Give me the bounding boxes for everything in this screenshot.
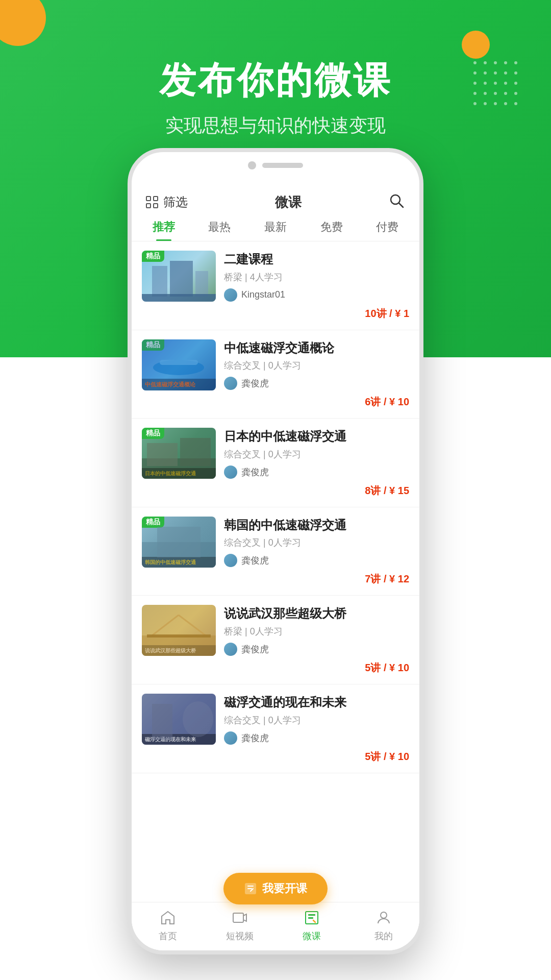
course-name: 二建课程 [224, 251, 409, 268]
filter-button[interactable]: 筛选 [146, 194, 188, 210]
search-button[interactable] [389, 193, 405, 211]
author-name: 龚俊虎 [241, 732, 269, 744]
nav-item-home[interactable]: 首页 [132, 909, 204, 942]
bottom-navigation: 首页 短视频 [132, 902, 419, 950]
svg-rect-8 [160, 360, 198, 365]
course-meta: 桥梁 | 0人学习 [224, 625, 409, 638]
header-title: 发布你的微课 [0, 56, 551, 105]
nav-label-home: 首页 [159, 930, 177, 942]
course-info: 二建课程 桥梁 | 4人学习 Kingstar01 10讲 / ¥ 1 [224, 251, 409, 321]
book-icon [303, 909, 321, 927]
course-info: 说说武汉那些超级大桥 桥梁 | 0人学习 龚俊虎 5讲 / ¥ 10 [224, 605, 409, 675]
page-title: 微课 [275, 193, 302, 211]
course-price: 10讲 / ¥ 1 [224, 307, 409, 321]
tab-latest[interactable]: 最新 [247, 211, 304, 241]
phone-frame: 筛选 微课 推荐 最热 最新 免费 付费 [128, 148, 423, 954]
course-author: 龚俊虎 [224, 643, 409, 656]
course-price: 6讲 / ¥ 10 [224, 395, 409, 409]
tab-recommend[interactable]: 推荐 [136, 211, 192, 241]
course-price: 8讲 / ¥ 15 [224, 484, 409, 498]
grid-icon [146, 196, 158, 208]
svg-rect-14 [142, 635, 216, 656]
course-author: 龚俊虎 [224, 377, 409, 390]
course-author: 龚俊虎 [224, 731, 409, 745]
top-bar: 筛选 微课 [132, 183, 419, 211]
svg-line-16 [179, 615, 206, 635]
svg-point-25 [381, 912, 387, 918]
course-price: 5讲 / ¥ 10 [224, 661, 409, 675]
start-course-button[interactable]: 我要开课 [223, 873, 328, 904]
decoration-circle-right [462, 31, 490, 59]
course-list: 精品 二建课程 桥梁 | 4人学习 [132, 241, 419, 902]
nav-item-mine[interactable]: 我的 [347, 909, 419, 942]
author-name: 龚俊虎 [241, 466, 269, 478]
header-subtitle: 实现思想与知识的快速变现 [0, 113, 551, 138]
course-name: 磁浮交通的现在和未来 [224, 694, 409, 711]
course-thumbnail: 精品 [142, 251, 216, 302]
tab-paid[interactable]: 付费 [359, 211, 415, 241]
phone-body: 筛选 微课 推荐 最热 最新 免费 付费 [128, 148, 423, 954]
course-meta: 综合交叉 | 0人学习 [224, 448, 409, 460]
course-info: 韩国的中低速磁浮交通 综合交叉 | 0人学习 龚俊虎 7讲 / ¥ 12 [224, 517, 409, 586]
phone-content: 筛选 微课 推荐 最热 最新 免费 付费 [132, 183, 419, 950]
course-author: 龚俊虎 [224, 465, 409, 479]
author-name: 龚俊虎 [241, 377, 269, 389]
svg-point-20 [183, 701, 213, 737]
camera-icon [248, 161, 256, 169]
svg-rect-4 [195, 271, 208, 297]
course-name: 日本的中低速磁浮交通 [224, 428, 409, 445]
avatar [224, 643, 237, 656]
video-icon [231, 909, 249, 927]
list-item[interactable]: 精品 中低速磁浮交通概论 中低速磁浮交通概论 综合交叉 | 0人学习 [132, 330, 419, 419]
list-item[interactable]: 说说武汉那些超级大桥 说说武汉那些超级大桥 桥梁 | 0人学习 [132, 596, 419, 684]
course-name: 说说武汉那些超级大桥 [224, 605, 409, 622]
svg-rect-2 [152, 266, 167, 297]
nav-item-micro[interactable]: 微课 [276, 909, 347, 942]
start-course-label: 我要开课 [262, 881, 307, 896]
course-info: 磁浮交通的现在和未来 综合交叉 | 0人学习 龚俊虎 5讲 / ¥ 10 [224, 694, 409, 764]
svg-rect-24 [308, 917, 313, 919]
avatar [224, 465, 237, 479]
header: 发布你的微课 实现思想与知识的快速变现 [0, 56, 551, 138]
course-author: 龚俊虎 [224, 554, 409, 567]
svg-line-15 [152, 615, 179, 635]
filter-label: 筛选 [163, 194, 188, 210]
list-item[interactable]: 磁浮交通的现在和未来 磁浮交通的现在和未来 综合交叉 | 0人学习 龚俊虎 [132, 684, 419, 773]
svg-rect-21 [233, 913, 243, 922]
course-thumbnail: 说说武汉那些超级大桥 [142, 605, 216, 656]
svg-line-1 [399, 203, 403, 207]
nav-item-video[interactable]: 短视频 [204, 909, 276, 942]
list-item[interactable]: 精品 二建课程 桥梁 | 4人学习 [132, 241, 419, 330]
course-thumbnail: 精品 中低速磁浮交通概论 [142, 339, 216, 390]
course-price: 7讲 / ¥ 12 [224, 572, 409, 586]
tab-bar: 推荐 最热 最新 免费 付费 [132, 211, 419, 241]
course-thumbnail: 精品 日本的中低速磁浮交通 [142, 428, 216, 479]
phone-notch [248, 161, 303, 169]
speaker [262, 163, 303, 168]
author-name: 龚俊虎 [241, 554, 269, 567]
nav-label-mine: 我的 [374, 930, 393, 942]
svg-rect-11 [180, 438, 211, 466]
tab-free[interactable]: 免费 [304, 211, 360, 241]
course-thumbnail: 精品 韩国的中低速磁浮交通 [142, 517, 216, 568]
course-meta: 综合交叉 | 0人学习 [224, 714, 409, 726]
course-info: 中低速磁浮交通概论 综合交叉 | 0人学习 龚俊虎 6讲 / ¥ 10 [224, 339, 409, 409]
author-name: 龚俊虎 [241, 643, 269, 655]
badge-premium: 精品 [142, 251, 164, 262]
course-price: 5讲 / ¥ 10 [224, 750, 409, 764]
svg-rect-5 [142, 294, 216, 302]
svg-rect-17 [147, 634, 211, 638]
course-thumbnail: 磁浮交通的现在和未来 [142, 694, 216, 745]
avatar [224, 377, 237, 390]
user-icon [374, 909, 393, 927]
avatar [224, 554, 237, 567]
list-item[interactable]: 精品 日本的中低速磁浮交通 日本的中低速磁浮交通 综合交叉 | 0人学习 [132, 419, 419, 507]
svg-rect-23 [308, 914, 315, 916]
tab-hot[interactable]: 最热 [192, 211, 248, 241]
list-item[interactable]: 精品 韩国的中低速磁浮交通 韩国的中低速磁浮交通 综合交叉 | 0人学习 龚俊虎 [132, 507, 419, 596]
course-meta: 桥梁 | 4人学习 [224, 271, 409, 283]
avatar [224, 731, 237, 745]
nav-label-micro: 微课 [303, 930, 321, 942]
course-meta: 综合交叉 | 0人学习 [224, 536, 409, 549]
svg-rect-3 [170, 261, 193, 297]
